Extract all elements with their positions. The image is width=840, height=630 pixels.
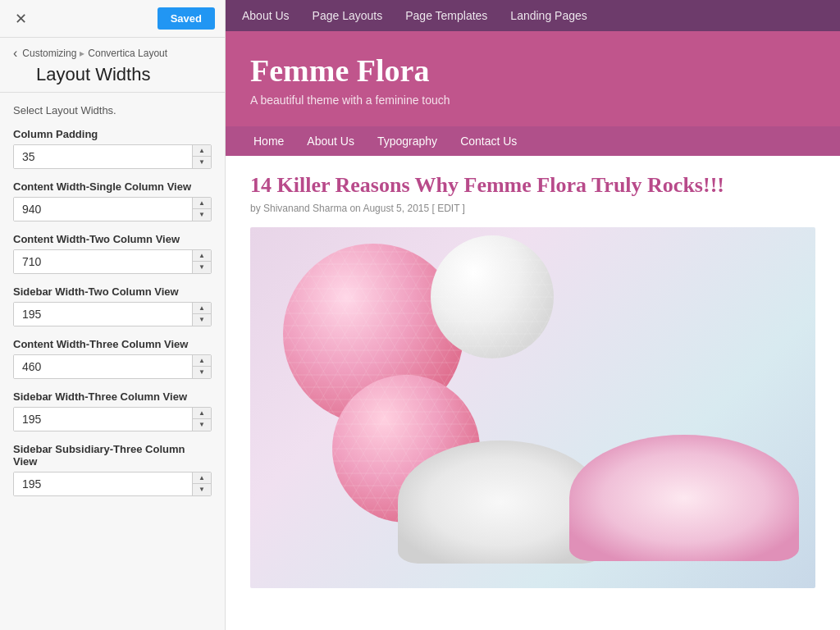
field-group-5: Sidebar Width-Three Column View▲▼ [13, 390, 212, 431]
field-group-1: Content Width-Single Column View▲▼ [13, 180, 212, 221]
field-input-wrapper-0: ▲▼ [13, 144, 212, 169]
spinner-4: ▲▼ [192, 355, 211, 378]
site-title: Femme Flora [250, 54, 815, 89]
spinner-down-1[interactable]: ▼ [193, 209, 211, 221]
spinner-0: ▲▼ [192, 145, 211, 168]
post-featured-image [250, 227, 815, 588]
field-group-4: Content Width-Three Column View▲▼ [13, 338, 212, 379]
decoration-fan-2 [569, 435, 799, 561]
spinner-down-2[interactable]: ▼ [193, 262, 211, 273]
site-content: 14 Killer Reasons Why Femme Flora Truly … [226, 156, 840, 630]
breadcrumb-back-button[interactable]: ‹ [13, 46, 17, 61]
saved-button[interactable]: Saved [158, 7, 215, 30]
fields-container: Column Padding▲▼Content Width-Single Col… [13, 128, 212, 496]
topnav-link-3[interactable]: Landing Pages [510, 9, 587, 22]
spinner-up-1[interactable]: ▲ [193, 198, 211, 209]
spinner-up-5[interactable]: ▲ [193, 408, 211, 419]
topnav-link-1[interactable]: Page Layouts [313, 9, 383, 22]
field-input-wrapper-1: ▲▼ [13, 197, 212, 221]
field-label-0: Column Padding [13, 128, 212, 140]
secondarynav-link-2[interactable]: Typography [366, 126, 449, 156]
spinner-down-6[interactable]: ▼ [193, 484, 211, 495]
field-input-wrapper-2: ▲▼ [13, 249, 212, 274]
field-input-0[interactable] [14, 145, 192, 168]
post-title: 14 Killer Reasons Why Femme Flora Truly … [250, 172, 815, 198]
site-hero: Femme Flora A beautiful theme with a fem… [226, 31, 840, 126]
spinner-down-5[interactable]: ▼ [193, 419, 211, 431]
breadcrumb-current: Convertica Layout [88, 48, 167, 59]
spinner-3: ▲▼ [192, 303, 211, 326]
preview-panel: About Us Page Layouts Page Templates Lan… [226, 0, 840, 630]
field-label-3: Sidebar Width-Two Column View [13, 285, 212, 298]
spinner-up-3[interactable]: ▲ [193, 303, 211, 314]
secondarynav-link-0[interactable]: Home [242, 126, 295, 156]
field-input-5[interactable] [14, 408, 192, 431]
field-input-wrapper-4: ▲▼ [13, 354, 212, 379]
field-input-3[interactable] [14, 303, 192, 326]
field-label-1: Content Width-Single Column View [13, 180, 212, 193]
field-input-2[interactable] [14, 250, 192, 273]
spinner-up-4[interactable]: ▲ [193, 355, 211, 367]
secondarynav-link-3[interactable]: Contact Us [449, 126, 528, 156]
decoration-ball-2 [431, 235, 554, 358]
spinner-up-2[interactable]: ▲ [193, 250, 211, 262]
panel-body: Select Layout Widths. Column Padding▲▼Co… [0, 93, 225, 630]
field-group-6: Sidebar Subsidiary-Three Column View▲▼ [13, 443, 212, 496]
topnav-link-0[interactable]: About Us [242, 9, 290, 22]
field-input-1[interactable] [14, 198, 192, 221]
field-input-wrapper-6: ▲▼ [13, 472, 212, 496]
spinner-down-4[interactable]: ▼ [193, 367, 211, 378]
field-input-6[interactable] [14, 472, 192, 495]
breadcrumb: ‹ Customizing ▸ Convertica Layout [13, 46, 212, 61]
topnav-link-2[interactable]: Page Templates [405, 9, 487, 22]
spinner-down-0[interactable]: ▼ [193, 157, 211, 168]
site-tagline: A beautiful theme with a feminine touch [250, 94, 815, 107]
field-input-wrapper-3: ▲▼ [13, 302, 212, 326]
site-secondary-nav: Home About Us Typography Contact Us [226, 126, 840, 156]
spinner-up-6[interactable]: ▲ [193, 472, 211, 484]
field-label-5: Sidebar Width-Three Column View [13, 390, 212, 403]
field-input-wrapper-5: ▲▼ [13, 407, 212, 431]
spinner-5: ▲▼ [192, 408, 211, 431]
field-label-4: Content Width-Three Column View [13, 338, 212, 350]
field-group-0: Column Padding▲▼ [13, 128, 212, 169]
breadcrumb-separator: ▸ [80, 48, 84, 59]
field-label-6: Sidebar Subsidiary-Three Column View [13, 443, 212, 468]
panel-title: Layout Widths [13, 64, 212, 85]
breadcrumb-root: Customizing [22, 48, 76, 59]
field-label-2: Content Width-Two Column View [13, 233, 212, 245]
field-group-3: Sidebar Width-Two Column View▲▼ [13, 285, 212, 326]
field-input-4[interactable] [14, 355, 192, 378]
post-meta: by Shivanand Sharma on August 5, 2015 [ … [250, 203, 815, 214]
spinner-2: ▲▼ [192, 250, 211, 273]
site-top-nav: About Us Page Layouts Page Templates Lan… [226, 0, 840, 31]
close-button[interactable]: ✕ [10, 7, 32, 31]
honeycomb-grid-2 [431, 235, 554, 358]
panel-description: Select Layout Widths. [13, 104, 212, 116]
customizer-panel: ✕ Saved ‹ Customizing ▸ Convertica Layou… [0, 0, 226, 630]
top-bar: ✕ Saved [0, 0, 225, 38]
spinner-down-3[interactable]: ▼ [193, 314, 211, 326]
spinner-6: ▲▼ [192, 472, 211, 495]
breadcrumb-area: ‹ Customizing ▸ Convertica Layout Layout… [0, 38, 225, 93]
spinner-up-0[interactable]: ▲ [193, 145, 211, 157]
field-group-2: Content Width-Two Column View▲▼ [13, 233, 212, 274]
secondarynav-link-1[interactable]: About Us [295, 126, 366, 156]
spinner-1: ▲▼ [192, 198, 211, 221]
